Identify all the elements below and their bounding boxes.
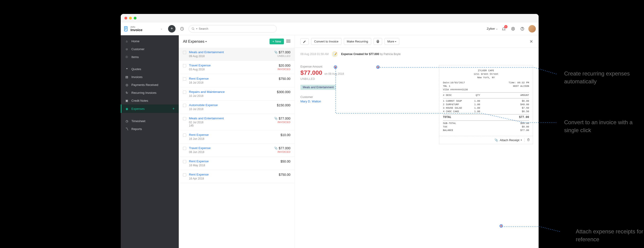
list-header: All Expenses ▾ + New [179, 35, 294, 48]
caret-down-icon: ▾ [206, 40, 206, 43]
maximize-window-icon[interactable] [134, 17, 136, 20]
sidebar-item-expenses[interactable]: ◉Expenses+ [121, 104, 179, 113]
convert-to-invoice-button[interactable]: Convert to Invoice [311, 38, 342, 45]
row-checkbox[interactable] [183, 77, 186, 80]
row-checkbox[interactable] [183, 160, 186, 163]
sidebar-item-timesheet[interactable]: ◷Timesheet [121, 117, 179, 125]
svg-point-5 [192, 28, 194, 29]
sidebar-item-invoices[interactable]: ▤Invoices [121, 73, 179, 81]
expense-row[interactable]: Automobile Expense10 Jul 2018$150.000 [179, 100, 294, 114]
expense-status: INVOICED [278, 68, 290, 70]
help-button[interactable] [519, 26, 526, 32]
sidebar-item-reports[interactable]: 〽Reports [121, 125, 179, 133]
expense-detail-panel: Convert to Invoice Make Recurring More ▾… [295, 35, 538, 248]
user-avatar[interactable] [528, 25, 536, 32]
delete-receipt-button[interactable] [527, 138, 530, 142]
print-button[interactable] [374, 38, 382, 45]
expense-title: Travel Expense [189, 146, 272, 150]
notification-badge: 9 [504, 25, 508, 28]
audit-timestamp: 09 Aug 2018 01:59 AM [300, 52, 328, 56]
expense-date: 10 Jul 2018 [189, 108, 274, 111]
expense-amount: $50.00 [280, 160, 290, 163]
chart-icon: 〽 [125, 127, 128, 131]
customer-link[interactable]: Mary D. Walton [300, 100, 432, 103]
attach-receipt-button[interactable]: 📎 Attach Receipt ▾ [494, 138, 522, 142]
plus-icon: + [272, 40, 274, 43]
window-title-bar [121, 14, 538, 22]
make-recurring-button[interactable]: Make Recurring [344, 38, 371, 45]
sidebar: ⌂Home ☺Customer ☉Items ❝Quotes ▤Invoices… [121, 35, 179, 248]
credit-icon: ▣ [125, 99, 128, 102]
payment-icon: ◎ [125, 83, 128, 86]
quick-create-button[interactable]: + [168, 25, 176, 32]
row-checkbox[interactable] [183, 134, 186, 137]
new-expense-button[interactable]: + New [270, 38, 284, 44]
invoice-icon: ▤ [125, 75, 128, 79]
sidebar-item-home[interactable]: ⌂Home [121, 37, 179, 45]
search-box[interactable]: ▾ [188, 25, 277, 32]
expense-date: on 09 Aug 2018 [324, 72, 344, 76]
expense-amount: $750.00 [278, 173, 290, 176]
expense-date: 08 Jun 2018 [189, 150, 272, 154]
attachment-icon: 📎 [274, 50, 278, 54]
annotation-callout-recurring: Create recurring expenses automatically [564, 70, 644, 85]
row-checkbox[interactable] [183, 117, 186, 120]
close-detail-button[interactable]: ✕ [530, 39, 533, 44]
expense-row[interactable]: Rent Expense16 May 2018$50.00 [179, 157, 294, 170]
expense-date: 09 Aug 2018 [189, 54, 272, 58]
expense-title: Rent Expense [189, 160, 278, 163]
annotation-marker [376, 66, 380, 69]
sidebar-item-payments[interactable]: ◎Payments Received [121, 81, 179, 89]
expense-row[interactable]: Meals and Entertainment02 Jul 2018145📎$7… [179, 114, 294, 130]
org-switcher[interactable]: Zylker ⌄ [487, 27, 498, 30]
expense-title: Rent Expense [189, 133, 278, 136]
search-input[interactable] [199, 27, 274, 30]
expense-row[interactable]: Rent Expense16 Jun 2018$10.00 [179, 130, 294, 144]
sidebar-item-recurring[interactable]: ↻Recurring Invoices [121, 89, 179, 96]
notifications-button[interactable]: 9 [500, 26, 507, 32]
list-filter-dropdown[interactable]: All Expenses ▾ [183, 40, 267, 44]
expense-title: Repairs and Maintenance [189, 90, 274, 94]
sidebar-item-customer[interactable]: ☺Customer [121, 45, 179, 53]
detail-body: Expense Amount $77.000 on 09 Aug 2018 UN… [295, 60, 538, 149]
chevron-down-icon: ⌄ [496, 28, 498, 30]
app-logo[interactable]: Zoho Invoice ⌄ [124, 26, 165, 32]
trash-icon [527, 138, 530, 142]
svg-point-9 [522, 30, 522, 30]
expense-title: Rent Expense [189, 77, 276, 80]
row-checkbox[interactable] [183, 173, 186, 176]
sidebar-item-credit-notes[interactable]: ▣Credit Notes [121, 96, 179, 104]
add-expense-icon[interactable]: + [172, 106, 174, 111]
expense-row[interactable]: Travel Expense03 Aug 2018$20.000INVOICED [179, 61, 294, 74]
sidebar-item-items[interactable]: ☉Items [121, 53, 179, 61]
row-checkbox[interactable] [183, 104, 186, 107]
expense-title: Meals and Entertainment [189, 50, 272, 54]
settings-button[interactable] [510, 26, 516, 32]
expense-title: Automobile Expense [189, 103, 274, 107]
expense-amount: 📎$77.000 [274, 116, 290, 120]
row-checkbox[interactable] [183, 90, 186, 94]
row-checkbox[interactable] [183, 147, 186, 150]
expense-title: Rent Expense [189, 173, 276, 176]
row-checkbox[interactable] [183, 51, 186, 54]
recurring-icon: ↻ [125, 91, 128, 94]
edit-button[interactable] [300, 38, 309, 45]
row-checkbox[interactable] [183, 64, 186, 67]
expense-row[interactable]: Rent Expense16 Jul 2018$750.00 [179, 74, 294, 87]
expense-amount: $77.000 [300, 69, 322, 76]
expense-list[interactable]: Meals and Entertainment09 Aug 2018📎$77.0… [179, 48, 294, 248]
minimize-window-icon[interactable] [129, 17, 132, 20]
close-window-icon[interactable] [124, 17, 127, 20]
list-options-button[interactable] [286, 40, 290, 44]
more-actions-button[interactable]: More ▾ [384, 38, 400, 45]
expense-row[interactable]: Rent Expense16 Apr 2018$750.00 [179, 170, 294, 183]
sidebar-item-quotes[interactable]: ❝Quotes [121, 65, 179, 73]
recent-activity-button[interactable] [178, 25, 186, 32]
search-scope-dropdown-icon[interactable]: ▾ [196, 28, 197, 30]
expense-row[interactable]: Travel Expense08 Jun 2018📎$77.000INVOICE… [179, 144, 294, 157]
expense-date: 02 Jul 2018 [189, 121, 272, 124]
expense-amount: $20.000 [278, 64, 290, 67]
expense-row[interactable]: Repairs and Maintenance10 Jul 2018$300.0… [179, 87, 294, 100]
svg-line-6 [194, 29, 194, 30]
expense-row[interactable]: Meals and Entertainment09 Aug 2018📎$77.0… [179, 48, 294, 61]
